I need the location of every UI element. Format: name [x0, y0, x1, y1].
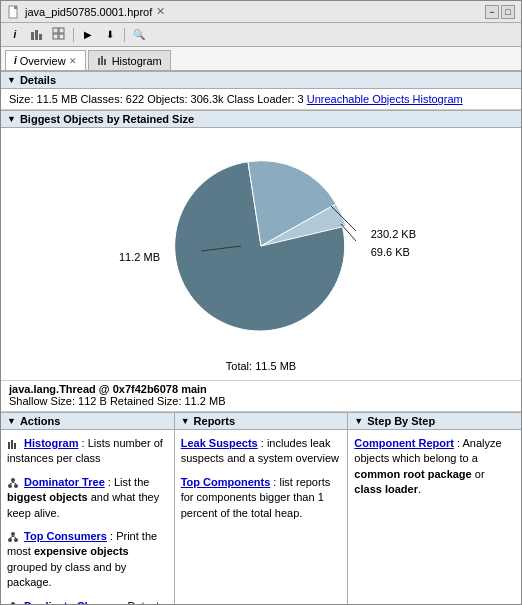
tabs-bar: i Overview ✕ Histogram [1, 47, 521, 71]
svg-point-20 [14, 484, 18, 488]
svg-rect-7 [53, 34, 58, 39]
tab-overview-close[interactable]: ✕ [69, 56, 77, 66]
details-header[interactable]: ▼ Details [1, 71, 521, 89]
info-icon: i [14, 29, 17, 40]
play-icon: ▶ [84, 29, 92, 40]
svg-point-28 [11, 602, 15, 604]
actions-panel: ▼ Actions Histogram : Lists number of in… [1, 413, 175, 604]
grid-button[interactable] [49, 26, 69, 44]
svg-rect-16 [11, 440, 13, 449]
svg-rect-4 [39, 34, 42, 40]
chart-collapse-icon: ▼ [7, 114, 16, 124]
duplicates-icon [7, 601, 19, 604]
histogram-link[interactable]: Histogram [24, 437, 78, 449]
svg-line-21 [10, 482, 13, 484]
svg-rect-3 [35, 30, 38, 40]
reports-header[interactable]: ▼ Reports [175, 413, 348, 430]
bottom-panels: ▼ Actions Histogram : Lists number of in… [1, 412, 521, 604]
info-tab-icon: i [14, 55, 17, 66]
svg-line-27 [13, 536, 16, 538]
chart-header-label: Biggest Objects by Retained Size [20, 113, 194, 125]
svg-rect-5 [53, 28, 58, 33]
step-component-report: Component Report : Analyze objects which… [354, 436, 515, 498]
actions-header-label: Actions [20, 415, 60, 427]
toolbar-separator2 [124, 28, 125, 42]
tab-histogram-label: Histogram [112, 55, 162, 67]
report-leak-suspects: Leak Suspects : includes leak suspects a… [181, 436, 342, 467]
object-class: java.lang.Thread @ 0x7f42b6078 main [9, 383, 513, 395]
svg-rect-8 [59, 34, 64, 39]
details-section: Size: 11.5 MB Classes: 622 Objects: 306.… [1, 89, 521, 110]
svg-rect-2 [31, 32, 34, 40]
dominator-icon [7, 477, 19, 489]
minimize-button[interactable]: − [485, 5, 499, 19]
svg-point-19 [8, 484, 12, 488]
reports-header-label: Reports [194, 415, 236, 427]
window-title: java_pid50785.0001.hprof [25, 6, 152, 18]
object-info: java.lang.Thread @ 0x7f42b6078 main Shal… [1, 381, 521, 412]
step-collapse-icon: ▼ [354, 416, 363, 426]
info-button[interactable]: i [5, 26, 25, 44]
tab-overview-label: Overview [20, 55, 66, 67]
action-histogram: Histogram : Lists number of instances pe… [7, 436, 168, 467]
step-by-step-panel: ▼ Step By Step Component Report : Analyz… [348, 413, 521, 604]
tab-histogram[interactable]: Histogram [88, 50, 171, 70]
consumers-icon [7, 531, 19, 543]
file-icon [7, 5, 21, 19]
tab-overview[interactable]: i Overview ✕ [5, 50, 86, 70]
run-button[interactable]: ▶ [78, 26, 98, 44]
object-sizes: Shallow Size: 112 B Retained Size: 11.2 … [9, 395, 513, 407]
title-bar-left: java_pid50785.0001.hprof ✕ [7, 5, 165, 19]
svg-rect-9 [98, 58, 100, 65]
svg-rect-10 [101, 56, 103, 65]
chart-total: Total: 11.5 MB [226, 360, 296, 372]
chart-button[interactable] [27, 26, 47, 44]
actions-collapse-icon: ▼ [7, 416, 16, 426]
component-report-link[interactable]: Component Report [354, 437, 454, 449]
action-duplicates: Duplicate Classes : Detect classes loade… [7, 599, 168, 604]
step-body: Component Report : Analyze objects which… [348, 430, 521, 512]
object-class-text: java.lang.Thread @ 0x7f42b6078 main [9, 383, 207, 395]
maximize-button[interactable]: □ [501, 5, 515, 19]
histogram-tab-icon [97, 54, 109, 68]
details-text: Size: 11.5 MB Classes: 622 Objects: 306.… [9, 93, 307, 105]
pie-label-main: 11.2 MB [119, 251, 160, 263]
content-area: ▼ Details Size: 11.5 MB Classes: 622 Obj… [1, 71, 521, 604]
chart-header[interactable]: ▼ Biggest Objects by Retained Size [1, 110, 521, 128]
svg-point-25 [14, 538, 18, 542]
unreachable-histogram-link[interactable]: Unreachable Objects Histogram [307, 93, 463, 105]
svg-point-18 [11, 478, 15, 482]
actions-header[interactable]: ▼ Actions [1, 413, 174, 430]
svg-rect-17 [14, 443, 16, 449]
top-components-link[interactable]: Top Components [181, 476, 271, 488]
title-bar-controls: − □ [485, 5, 515, 19]
main-window: java_pid50785.0001.hprof ✕ − □ i ▶ ⬇ [0, 0, 522, 605]
reports-panel: ▼ Reports Leak Suspects : includes leak … [175, 413, 349, 604]
svg-line-22 [13, 482, 16, 484]
leak-suspects-link[interactable]: Leak Suspects [181, 437, 258, 449]
toolbar: i ▶ ⬇ 🔍 [1, 23, 521, 47]
duplicates-link[interactable]: Duplicate Classes [24, 600, 118, 604]
svg-rect-11 [104, 59, 106, 65]
svg-rect-15 [8, 442, 10, 449]
pie-chart: 11.2 MB 230.2 KB 69.6 KB [101, 146, 421, 346]
step-header-label: Step By Step [367, 415, 435, 427]
pie-labels-right: 230.2 KB 69.6 KB [371, 226, 416, 261]
svg-point-24 [8, 538, 12, 542]
details-collapse-icon: ▼ [7, 75, 16, 85]
export-icon: ⬇ [106, 29, 114, 40]
consumers-link[interactable]: Top Consumers [24, 530, 107, 542]
toolbar-separator [73, 28, 74, 42]
dominator-link[interactable]: Dominator Tree [24, 476, 105, 488]
action-dominator: Dominator Tree : List the biggest object… [7, 475, 168, 521]
search-icon: 🔍 [133, 29, 145, 40]
step-header[interactable]: ▼ Step By Step [348, 413, 521, 430]
export-button[interactable]: ⬇ [100, 26, 120, 44]
chart-section: 11.2 MB 230.2 KB 69.6 KB Total: 11.5 MB [1, 128, 521, 381]
search-button[interactable]: 🔍 [129, 26, 149, 44]
close-icon[interactable]: ✕ [156, 5, 165, 18]
details-header-label: Details [20, 74, 56, 86]
actions-body: Histogram : Lists number of instances pe… [1, 430, 174, 604]
reports-body: Leak Suspects : includes leak suspects a… [175, 430, 348, 535]
report-top-components: Top Components : list reports for compon… [181, 475, 342, 521]
